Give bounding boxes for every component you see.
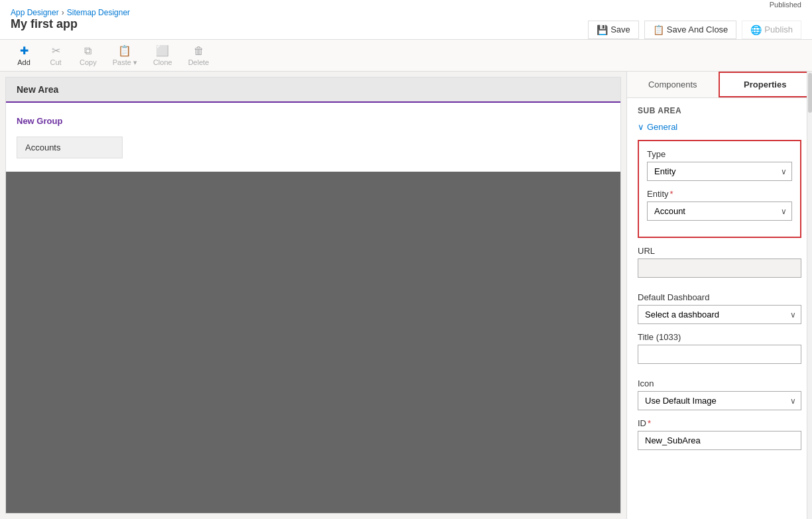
- canvas-inner: New Area New Group Accounts: [6, 78, 620, 513]
- add-icon: ✚: [20, 44, 29, 57]
- icon-field-group: Icon Use Default Image ∨: [638, 378, 801, 410]
- type-entity-section: Type Entity ∨ Entity *: [638, 140, 801, 238]
- copy-label: Copy: [80, 58, 97, 66]
- toolbar: ✚ Add ✂ Cut ⧉ Copy 📋 Paste ▾ ⬜ Clone 🗑 D…: [0, 40, 812, 72]
- entity-required-star: *: [670, 189, 673, 199]
- panel-section-title: SUB AREA: [638, 106, 801, 115]
- breadcrumb-chevron: ›: [62, 8, 64, 17]
- breadcrumb-app-designer[interactable]: App Designer: [11, 8, 59, 17]
- tab-components[interactable]: Components: [627, 72, 719, 97]
- url-label: URL: [638, 246, 801, 256]
- cut-label: Cut: [50, 58, 61, 66]
- title-input[interactable]: [638, 345, 801, 364]
- paste-icon: 📋: [118, 44, 131, 57]
- subarea-item-accounts[interactable]: Accounts: [17, 137, 123, 158]
- default-dashboard-field-group: Default Dashboard Select a dashboard ∨: [638, 292, 801, 324]
- general-label: General: [647, 122, 677, 132]
- group-label-text: New Group: [17, 116, 62, 126]
- id-input[interactable]: [638, 431, 801, 450]
- type-select[interactable]: Entity: [647, 162, 792, 181]
- save-button[interactable]: 💾 Save: [588, 21, 639, 39]
- topbar-actions: 💾 Save 📋 Save And Close 🌐 Publish: [588, 21, 801, 39]
- icon-select-wrapper[interactable]: Use Default Image ∨: [638, 391, 801, 410]
- delete-label: Delete: [188, 58, 209, 66]
- published-status: Published: [770, 1, 801, 9]
- type-label: Type: [647, 149, 792, 159]
- add-label: Add: [17, 58, 30, 66]
- topbar-left: App Designer › Sitemap Designer My first…: [11, 8, 130, 31]
- group-label[interactable]: New Group: [6, 108, 620, 134]
- topbar: App Designer › Sitemap Designer My first…: [0, 0, 812, 40]
- copy-icon: ⧉: [84, 45, 91, 57]
- canvas-bottom: [6, 172, 620, 513]
- breadcrumb-sitemap-designer[interactable]: Sitemap Designer: [67, 8, 130, 17]
- area-label: New Area: [17, 84, 58, 95]
- toolbar-delete[interactable]: 🗑 Delete: [180, 42, 217, 69]
- url-input[interactable]: [638, 259, 801, 278]
- clone-icon: ⬜: [156, 44, 169, 57]
- publish-icon: 🌐: [750, 25, 762, 35]
- icon-label: Icon: [638, 378, 801, 388]
- save-icon: 💾: [597, 25, 608, 35]
- id-label: ID *: [638, 418, 801, 428]
- properties-panel: Components Properties SUB AREA ∨ General…: [626, 72, 812, 519]
- type-field-group: Type Entity ∨: [647, 149, 792, 181]
- entity-select[interactable]: Account: [647, 202, 792, 221]
- area-header[interactable]: New Area: [6, 78, 620, 103]
- subarea-label: Accounts: [25, 143, 60, 152]
- general-toggle[interactable]: ∨ General: [638, 122, 801, 132]
- id-field-group: ID *: [638, 418, 801, 457]
- url-field-group: URL: [638, 246, 801, 284]
- entity-field-group: Entity * Account ∨: [647, 189, 792, 221]
- topbar-right-wrap: Published 💾 Save 📋 Save And Close 🌐 Publ…: [588, 1, 801, 39]
- panel-tabs: Components Properties: [627, 72, 812, 98]
- icon-select[interactable]: Use Default Image: [638, 391, 801, 410]
- save-and-close-label: Save And Close: [667, 25, 728, 34]
- publish-button[interactable]: 🌐 Publish: [742, 21, 801, 39]
- default-dashboard-label: Default Dashboard: [638, 292, 801, 302]
- delete-icon: 🗑: [194, 45, 204, 57]
- entity-label: Entity *: [647, 189, 792, 199]
- group-section: New Group Accounts: [6, 103, 620, 166]
- type-select-wrapper[interactable]: Entity ∨: [647, 162, 792, 181]
- tab-properties-label: Properties: [744, 80, 786, 89]
- clone-label: Clone: [153, 58, 172, 66]
- dashboard-select[interactable]: Select a dashboard: [638, 305, 801, 324]
- canvas: New Area New Group Accounts: [5, 77, 621, 514]
- toolbar-add[interactable]: ✚ Add: [8, 42, 40, 69]
- publish-label: Publish: [764, 25, 793, 34]
- dashboard-select-wrapper[interactable]: Select a dashboard ∨: [638, 305, 801, 324]
- save-and-close-button[interactable]: 📋 Save And Close: [644, 21, 737, 39]
- toolbar-copy[interactable]: ⧉ Copy: [72, 42, 105, 69]
- tab-components-label: Components: [648, 80, 697, 89]
- tab-properties[interactable]: Properties: [719, 72, 813, 97]
- paste-label: Paste ▾: [113, 58, 137, 67]
- main-layout: New Area New Group Accounts Components P…: [0, 72, 812, 519]
- id-required-star: *: [648, 418, 651, 428]
- toolbar-paste[interactable]: 📋 Paste ▾: [105, 42, 145, 70]
- entity-select-wrapper[interactable]: Account ∨: [647, 202, 792, 221]
- chevron-down-icon: ∨: [638, 122, 644, 132]
- panel-body: SUB AREA ∨ General Type Entity ∨: [627, 98, 812, 519]
- scrollbar-track[interactable]: [807, 72, 812, 519]
- title-field-group: Title (1033): [638, 332, 801, 371]
- toolbar-clone[interactable]: ⬜ Clone: [145, 42, 180, 69]
- title-label: Title (1033): [638, 332, 801, 342]
- breadcrumb: App Designer › Sitemap Designer: [11, 8, 130, 17]
- cut-icon: ✂: [52, 44, 60, 57]
- save-and-close-icon: 📋: [653, 25, 664, 35]
- app-title: My first app: [11, 17, 130, 31]
- scrollbar-thumb[interactable]: [808, 73, 812, 113]
- save-label: Save: [610, 25, 630, 34]
- toolbar-cut[interactable]: ✂ Cut: [40, 42, 72, 69]
